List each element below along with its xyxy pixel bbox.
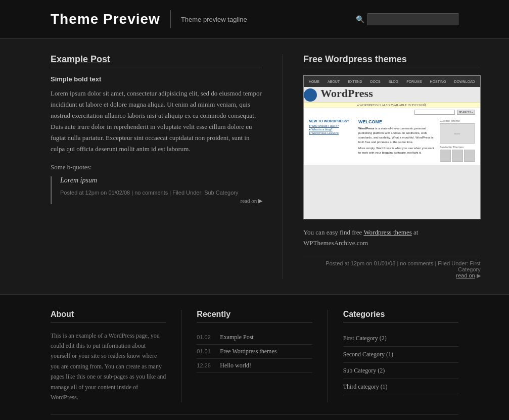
wp-nav-forums: FORUMS: [406, 80, 422, 83]
site-header: Theme Preview Theme preview tagline 🔍: [0, 0, 509, 39]
wp-nav-about: ABOUT: [328, 80, 340, 83]
list-item: Second Category (1): [343, 347, 458, 363]
site-tagline: Theme preview tagline: [181, 16, 247, 23]
bold-text: Simple bold text: [51, 75, 262, 83]
wp-nav-blog: BLOG: [389, 80, 398, 83]
left-post-meta: Posted at 12pm on 01/02/08 | no comments…: [60, 190, 262, 196]
left-column: Example Post Simple bold text Lorem ipsu…: [51, 54, 283, 279]
recently-date-3: 12.26: [197, 362, 213, 368]
wp-theme-thumbs: [440, 150, 475, 162]
wp-avail-banner: ♦ WORDPRESS IS ALSO AVAILABLE IN РУССКИЙ…: [304, 102, 480, 108]
main-content: Example Post Simple bold text Lorem ipsu…: [0, 39, 509, 294]
wp-body-right: Current Theme theme Available Themes: [440, 119, 475, 162]
right-read-on-link[interactable]: read on: [456, 272, 475, 278]
wp-mock-header: HOME ABOUT EXTEND DOCS BLOG FORUMS HOSTI…: [304, 76, 480, 87]
wp-mock: HOME ABOUT EXTEND DOCS BLOG FORUMS HOSTI…: [304, 76, 480, 219]
wp-logo-area: WordPress: [304, 87, 480, 102]
category-link-1[interactable]: First Category (2): [343, 335, 387, 342]
categories-list: First Category (2) Second Category (1) S…: [343, 331, 458, 395]
footer-recently-title: Recently: [197, 310, 312, 322]
left-read-on: read on ▶: [60, 198, 262, 204]
category-link-4[interactable]: Third category (1): [343, 383, 388, 390]
wp-logo-text: WordPress: [320, 87, 373, 100]
wp-nav-hosting: HOSTING: [430, 80, 446, 83]
wp-current-theme-thumb: theme: [440, 123, 475, 144]
wp-more: More simply, WordPress is what you use w…: [358, 146, 436, 155]
wp-search-input: [414, 110, 455, 115]
left-post-title: Example Post: [51, 54, 262, 68]
wp-body-center: WELCOME WordPress is a state-of-the-art …: [358, 119, 436, 162]
recently-date-2: 01.01: [197, 348, 213, 354]
recently-link-2[interactable]: Free Wordpress themes: [220, 348, 276, 355]
recently-date-1: 01.02: [197, 334, 213, 340]
wp-thumb-3: [464, 150, 475, 162]
recently-link-3[interactable]: Hello world!: [220, 362, 251, 369]
wp-nav-docs: DOCS: [371, 80, 381, 83]
wp-body-left-title: NEW TO WORDPRESS?: [309, 119, 354, 123]
wp-avail-themes-label: Available Themes: [440, 146, 475, 149]
wp-body-left: NEW TO WORDPRESS? ● Why should I use it?…: [309, 119, 354, 162]
list-item: 01.01 Free Wordpress themes: [197, 345, 312, 359]
wp-search-btn: SEARCH »: [457, 110, 475, 115]
excerpt-prefix: You can easy find free: [303, 228, 362, 236]
recently-list: 01.02 Example Post 01.01 Free Wordpress …: [197, 331, 312, 373]
wp-current-theme-label: Current Theme: [440, 119, 475, 122]
footer-about: About This is an example of a WordPress …: [51, 310, 181, 403]
category-link-2[interactable]: Second Category (1): [343, 351, 393, 358]
blockquote: Lorem ipsum Posted at 12pm on 01/02/08 |…: [51, 176, 262, 204]
right-column: Free Wordpress themes HOME ABOUT EXTEND …: [283, 54, 481, 279]
footer-categories: Categories First Category (2) Second Cat…: [343, 310, 458, 403]
bquotes-label: Some b-quotes:: [51, 163, 262, 171]
wp-logo-icon: [304, 88, 317, 102]
wp-nav-home: HOME: [309, 80, 319, 83]
wp-welcome: WELCOME: [358, 119, 436, 124]
category-link-3[interactable]: Sub Category (2): [343, 367, 385, 374]
list-item: First Category (2): [343, 331, 458, 347]
footer-about-title: About: [51, 310, 166, 322]
footer-bar: Powered by Heminaway flavored Wordpress …: [51, 414, 458, 420]
list-item: 01.02 Example Post: [197, 331, 312, 345]
list-item: 12.26 Hello world!: [197, 359, 312, 373]
right-post-meta: Posted at 12pm on 01/01/08 | no comments…: [303, 256, 481, 279]
header-divider: [170, 10, 171, 28]
wp-search-bar: SEARCH »: [304, 108, 480, 116]
footer-categories-title: Categories: [343, 310, 458, 322]
right-post-title: Free Wordpress themes: [303, 54, 481, 68]
blockquote-text: Lorem ipsum: [60, 176, 262, 184]
header-search: 🔍: [356, 13, 458, 25]
footer-about-text: This is an example of a WordPress page, …: [51, 331, 166, 403]
right-post-excerpt: You can easy find free Wordpress themes …: [303, 227, 481, 249]
wp-body-left-link1: ● Why should I use it?: [309, 124, 354, 127]
wp-nav-extend: EXTEND: [348, 80, 362, 83]
wp-preview-image: HOME ABOUT EXTEND DOCS BLOG FORUMS HOSTI…: [303, 75, 481, 219]
left-post-title-link[interactable]: Example Post: [51, 54, 110, 64]
header-left: Theme Preview Theme preview tagline: [51, 10, 247, 28]
wp-nav-download: DOWNLOAD: [454, 80, 475, 83]
footer-columns: About This is an example of a WordPress …: [51, 310, 458, 403]
wp-body-left-link3: ● WordPress Lessons: [309, 131, 354, 134]
search-input[interactable]: [367, 13, 458, 25]
right-meta-text: Posted at 12pm on 01/01/08 | no comments…: [326, 260, 481, 272]
recently-link-1[interactable]: Example Post: [220, 334, 253, 341]
search-icon: 🔍: [356, 15, 364, 24]
excerpt-link[interactable]: Wordpress themes: [363, 228, 411, 236]
wp-body-left-link2: ● What is a blog?: [309, 128, 354, 131]
post-body-text: Lorem ipsum dolor sit amet, consectetur …: [51, 88, 262, 155]
left-read-on-link[interactable]: read on: [241, 198, 257, 204]
footer-recently: Recently 01.02 Example Post 01.01 Free W…: [197, 310, 328, 403]
list-item: Sub Category (2): [343, 363, 458, 379]
list-item: Third category (1): [343, 379, 458, 395]
wp-description: WordPress is a state-of-the-art semantic…: [358, 126, 436, 145]
wp-body: NEW TO WORDPRESS? ● Why should I use it?…: [304, 116, 480, 165]
wp-thumb-1: [440, 150, 451, 162]
wp-thumb-2: [452, 150, 463, 162]
footer: About This is an example of a WordPress …: [0, 294, 509, 420]
site-title: Theme Preview: [51, 11, 160, 27]
